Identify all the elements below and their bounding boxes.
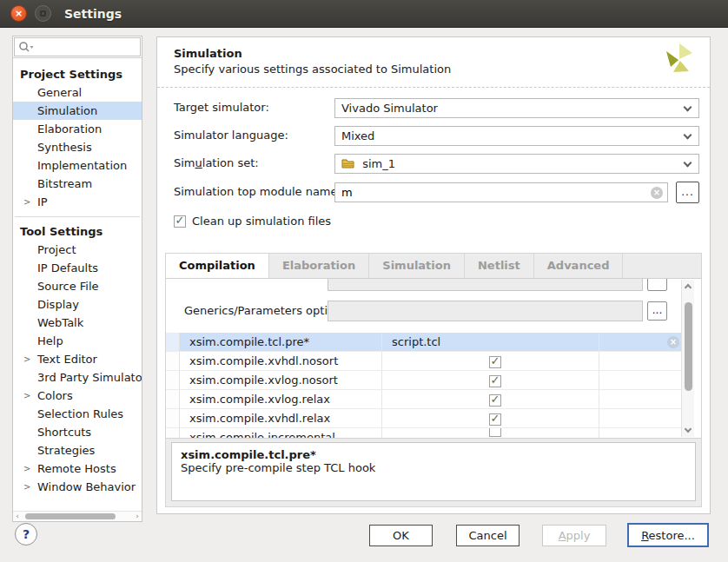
check-icon: ✓	[491, 413, 500, 424]
clipped-field[interactable]	[328, 279, 643, 291]
generics-field[interactable]	[328, 301, 643, 321]
option-row-xsim-compile-xvlog-relax[interactable]: xsim.compile.xvlog.relax✓	[166, 390, 686, 409]
sidebar-item-label: Colors	[37, 389, 73, 402]
sidebar-item-window-behavior[interactable]: >Window Behavior	[13, 478, 142, 496]
generics-browse-button[interactable]: ...	[647, 301, 667, 321]
option-row-xsim-compile-xvhdl-relax[interactable]: xsim.compile.xvhdl.relax✓	[166, 409, 686, 428]
sidebar-item-shortcuts[interactable]: Shortcuts	[13, 423, 142, 441]
option-row-xsim-compile-incremental[interactable]: xsim.compile.incremental	[166, 428, 686, 439]
clear-icon[interactable]: ×	[651, 187, 663, 199]
chevron-right-icon[interactable]: >	[23, 193, 30, 211]
sidebar-item-simulation[interactable]: Simulation	[13, 102, 142, 120]
sidebar-item-ip-defaults[interactable]: IP Defaults	[13, 259, 142, 277]
option-checkbox-wrap	[489, 428, 501, 439]
scroll-down-icon[interactable]	[685, 426, 692, 433]
sidebar-item-webtalk[interactable]: WebTalk	[13, 314, 142, 332]
clipped-browse-button[interactable]	[647, 279, 667, 291]
sidebar-item-implementation[interactable]: Implementation	[13, 156, 142, 175]
table-vertical-scrollbar[interactable]	[681, 280, 694, 437]
row-extra	[599, 428, 686, 438]
sidebar-item-strategies[interactable]: Strategies	[13, 441, 142, 460]
browse-button[interactable]: ...	[676, 182, 699, 203]
clipped-row-top: ▬ ▬▬	[166, 279, 701, 293]
maximize-icon[interactable]	[35, 5, 51, 22]
target-simulator-select[interactable]: Vivado Simulator	[334, 98, 699, 118]
sidebar-item-bitstream[interactable]: Bitstream	[13, 175, 142, 193]
cancel-button[interactable]: Cancel	[456, 525, 520, 546]
sidebar-item-general[interactable]: General	[13, 83, 142, 102]
sidebar-item-selection-rules[interactable]: Selection Rules	[13, 405, 142, 423]
simulator-language-select[interactable]: Mixed	[334, 126, 699, 146]
option-row-xsim-compile-tcl-pre[interactable]: xsim.compile.tcl.pre*script.tcl×	[166, 333, 686, 352]
row-extra	[599, 371, 686, 389]
sidebar-item-text-editor[interactable]: >Text Editor	[13, 350, 142, 368]
option-checkbox-wrap: ✓	[489, 390, 501, 408]
sidebar-horizontal-scrollbar[interactable]: ‹ ›	[13, 511, 142, 521]
sidebar-item-label: IP	[37, 195, 48, 208]
simulation-set-value: sim_1	[362, 157, 395, 170]
window-title: Settings	[64, 7, 122, 21]
chevron-right-icon[interactable]: >	[23, 460, 30, 478]
top-module-input[interactable]	[334, 182, 668, 202]
options-group: CompilationElaborationSimulationNetlistA…	[165, 253, 702, 507]
tab-netlist[interactable]: Netlist	[465, 254, 534, 278]
sidebar-item-synthesis[interactable]: Synthesis	[13, 138, 142, 156]
restore-button[interactable]: Restore...	[627, 523, 709, 547]
sidebar-section-project-settings: Project Settings	[13, 65, 142, 83]
ok-button[interactable]: OK	[369, 525, 433, 546]
search-icon	[18, 41, 34, 53]
tab-compilation[interactable]: Compilation	[166, 254, 269, 278]
header-divider	[157, 87, 710, 88]
sidebar-item-help[interactable]: Help	[13, 332, 142, 350]
option-checkbox[interactable]: ✓	[489, 356, 501, 368]
option-name: xsim.compile.xvlog.nosort	[180, 371, 382, 389]
cleanup-checkbox[interactable]: ✓	[174, 215, 186, 228]
option-row-xsim-compile-xvhdl-nosort[interactable]: xsim.compile.xvhdl.nosort✓	[166, 352, 686, 371]
sidebar-item-colors[interactable]: >Colors	[13, 387, 142, 405]
sidebar-item-label: Shortcuts	[37, 426, 91, 439]
option-checkbox[interactable]	[489, 428, 501, 437]
titlebar: × Settings	[0, 0, 728, 28]
sidebar-item-label: Strategies	[37, 444, 95, 457]
top-module-row: Simulation top module name: × ...	[157, 182, 710, 203]
chevron-right-icon[interactable]: >	[23, 387, 30, 405]
simulator-language-row: Simulator language: Mixed	[157, 126, 710, 147]
option-row-xsim-compile-xvlog-nosort[interactable]: xsim.compile.xvlog.nosort✓	[166, 371, 686, 390]
apply-button[interactable]: Apply	[542, 525, 606, 546]
scrollbar-thumb[interactable]	[25, 513, 116, 519]
option-value	[382, 428, 599, 438]
tab-advanced[interactable]: Advanced	[534, 254, 624, 278]
sidebar-item-label: Remote Hosts	[37, 462, 116, 475]
scrollbar-thumb[interactable]	[685, 302, 692, 391]
sidebar-item-remote-hosts[interactable]: >Remote Hosts	[13, 460, 142, 478]
sidebar-item-ip[interactable]: >IP	[13, 193, 142, 211]
sidebar-item-source-file[interactable]: Source File	[13, 277, 142, 295]
tab-simulation[interactable]: Simulation	[369, 254, 465, 278]
sidebar-item-label: Elaboration	[37, 122, 102, 136]
sidebar-item-label: 3rd Party Simulator	[37, 371, 142, 384]
scroll-left-icon[interactable]: ‹	[13, 512, 22, 521]
clear-icon[interactable]: ×	[667, 336, 679, 348]
chevron-right-icon[interactable]: >	[23, 350, 30, 368]
cleanup-label: Clean up simulation files	[192, 215, 331, 228]
sidebar-item-project[interactable]: Project	[13, 241, 142, 259]
page-title: Simulation	[174, 47, 242, 60]
close-icon[interactable]: ×	[10, 5, 27, 22]
option-checkbox[interactable]: ✓	[489, 413, 501, 426]
option-name: xsim.compile.xvhdl.nosort	[180, 352, 382, 370]
simulation-set-select[interactable]: sim_1	[334, 154, 699, 174]
chevron-right-icon[interactable]: >	[23, 478, 30, 496]
sidebar-item-3rd-party-simulator[interactable]: 3rd Party Simulator	[13, 368, 142, 387]
row-extra	[599, 352, 686, 370]
option-value: ✓	[382, 371, 599, 389]
option-checkbox[interactable]: ✓	[489, 394, 501, 407]
generics-row: Generics/Parameters options: ...	[166, 294, 701, 330]
description-box: xsim.compile.tcl.pre* Specify pre-compil…	[171, 442, 696, 501]
option-checkbox[interactable]: ✓	[489, 375, 501, 387]
sidebar-item-display[interactable]: Display	[13, 295, 142, 314]
tab-elaboration[interactable]: Elaboration	[269, 254, 369, 278]
row-gutter	[166, 371, 180, 389]
sidebar-item-elaboration[interactable]: Elaboration	[13, 120, 142, 138]
scroll-right-icon[interactable]: ›	[133, 512, 142, 521]
scroll-up-icon[interactable]	[685, 284, 692, 291]
